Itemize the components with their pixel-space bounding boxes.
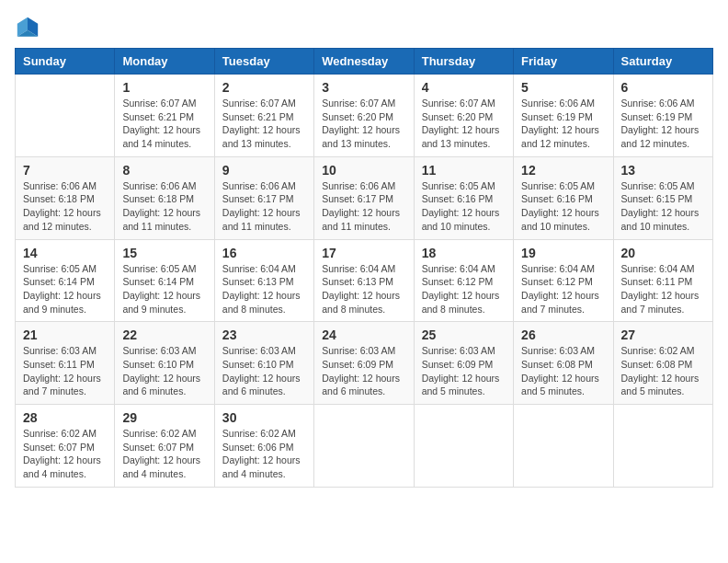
day-number: 9 xyxy=(222,163,306,178)
day-info: Sunrise: 6:02 AM Sunset: 6:06 PM Dayligh… xyxy=(222,427,306,481)
weekday-header-friday: Friday xyxy=(514,49,613,75)
day-number: 26 xyxy=(521,327,605,342)
calendar-cell: 27 Sunrise: 6:02 AM Sunset: 6:08 PM Dayl… xyxy=(613,322,712,405)
day-number: 17 xyxy=(322,246,405,260)
day-number: 23 xyxy=(222,327,306,342)
weekday-header-row: SundayMondayTuesdayWednesdayThursdayFrid… xyxy=(16,49,713,75)
day-info: Sunrise: 6:06 AM Sunset: 6:17 PM Dayligh… xyxy=(322,179,405,234)
day-number: 30 xyxy=(222,410,306,425)
day-number: 18 xyxy=(422,246,506,260)
week-row-4: 21 Sunrise: 6:03 AM Sunset: 6:11 PM Dayl… xyxy=(16,322,713,405)
day-number: 11 xyxy=(422,163,506,178)
calendar-cell: 24 Sunrise: 6:03 AM Sunset: 6:09 PM Dayl… xyxy=(314,322,414,405)
day-number: 21 xyxy=(23,327,107,342)
day-number: 13 xyxy=(621,163,705,178)
day-number: 6 xyxy=(621,80,705,95)
calendar-cell: 30 Sunrise: 6:02 AM Sunset: 6:06 PM Dayl… xyxy=(214,405,313,488)
day-number: 20 xyxy=(621,246,705,260)
day-info: Sunrise: 6:05 AM Sunset: 6:14 PM Dayligh… xyxy=(122,262,206,316)
calendar-cell: 4 Sunrise: 6:07 AM Sunset: 6:20 PM Dayli… xyxy=(414,75,513,157)
day-number: 28 xyxy=(23,410,107,425)
logo-icon xyxy=(15,15,40,40)
day-number: 15 xyxy=(122,246,206,260)
day-info: Sunrise: 6:06 AM Sunset: 6:17 PM Dayligh… xyxy=(222,179,306,234)
logo xyxy=(15,15,44,40)
day-info: Sunrise: 6:06 AM Sunset: 6:19 PM Dayligh… xyxy=(521,97,605,151)
calendar-cell: 8 Sunrise: 6:06 AM Sunset: 6:18 PM Dayli… xyxy=(115,156,214,239)
calendar-cell: 2 Sunrise: 6:07 AM Sunset: 6:21 PM Dayli… xyxy=(214,75,313,157)
day-info: Sunrise: 6:05 AM Sunset: 6:15 PM Dayligh… xyxy=(621,179,705,234)
weekday-header-tuesday: Tuesday xyxy=(214,49,313,75)
calendar-cell: 19 Sunrise: 6:04 AM Sunset: 6:12 PM Dayl… xyxy=(514,239,613,322)
calendar-cell: 10 Sunrise: 6:06 AM Sunset: 6:17 PM Dayl… xyxy=(314,156,414,239)
calendar-cell: 28 Sunrise: 6:02 AM Sunset: 6:07 PM Dayl… xyxy=(16,405,115,488)
calendar-cell: 21 Sunrise: 6:03 AM Sunset: 6:11 PM Dayl… xyxy=(16,322,115,405)
day-number: 1 xyxy=(122,80,206,95)
calendar-table: SundayMondayTuesdayWednesdayThursdayFrid… xyxy=(15,48,713,488)
calendar-cell: 16 Sunrise: 6:04 AM Sunset: 6:13 PM Dayl… xyxy=(214,239,313,322)
calendar-cell: 9 Sunrise: 6:06 AM Sunset: 6:17 PM Dayli… xyxy=(214,156,313,239)
day-number: 5 xyxy=(521,80,605,95)
day-number: 10 xyxy=(322,163,405,178)
calendar-cell: 15 Sunrise: 6:05 AM Sunset: 6:14 PM Dayl… xyxy=(115,239,214,322)
week-row-1: 1 Sunrise: 6:07 AM Sunset: 6:21 PM Dayli… xyxy=(16,75,713,157)
weekday-header-saturday: Saturday xyxy=(613,49,712,75)
day-info: Sunrise: 6:06 AM Sunset: 6:18 PM Dayligh… xyxy=(23,179,107,234)
calendar-cell: 23 Sunrise: 6:03 AM Sunset: 6:10 PM Dayl… xyxy=(214,322,313,405)
calendar-cell: 18 Sunrise: 6:04 AM Sunset: 6:12 PM Dayl… xyxy=(414,239,513,322)
day-number: 14 xyxy=(23,246,107,260)
day-info: Sunrise: 6:06 AM Sunset: 6:18 PM Dayligh… xyxy=(122,179,206,234)
calendar-cell xyxy=(314,405,414,488)
calendar-cell xyxy=(414,405,513,488)
calendar-cell: 29 Sunrise: 6:02 AM Sunset: 6:07 PM Dayl… xyxy=(115,405,214,488)
calendar-cell xyxy=(613,405,712,488)
weekday-header-sunday: Sunday xyxy=(16,49,115,75)
day-info: Sunrise: 6:07 AM Sunset: 6:21 PM Dayligh… xyxy=(122,97,206,151)
day-info: Sunrise: 6:07 AM Sunset: 6:20 PM Dayligh… xyxy=(322,97,405,151)
day-info: Sunrise: 6:04 AM Sunset: 6:12 PM Dayligh… xyxy=(521,262,605,316)
weekday-header-wednesday: Wednesday xyxy=(314,49,414,75)
calendar-cell: 26 Sunrise: 6:03 AM Sunset: 6:08 PM Dayl… xyxy=(514,322,613,405)
calendar-cell: 14 Sunrise: 6:05 AM Sunset: 6:14 PM Dayl… xyxy=(16,239,115,322)
day-info: Sunrise: 6:02 AM Sunset: 6:07 PM Dayligh… xyxy=(122,427,206,481)
day-number: 12 xyxy=(521,163,605,178)
day-info: Sunrise: 6:03 AM Sunset: 6:08 PM Dayligh… xyxy=(521,344,605,398)
day-info: Sunrise: 6:03 AM Sunset: 6:09 PM Dayligh… xyxy=(322,344,405,398)
day-number: 2 xyxy=(222,80,306,95)
day-info: Sunrise: 6:03 AM Sunset: 6:10 PM Dayligh… xyxy=(122,344,206,398)
calendar-cell: 11 Sunrise: 6:05 AM Sunset: 6:16 PM Dayl… xyxy=(414,156,513,239)
day-info: Sunrise: 6:02 AM Sunset: 6:07 PM Dayligh… xyxy=(23,427,107,481)
day-info: Sunrise: 6:05 AM Sunset: 6:16 PM Dayligh… xyxy=(422,179,506,234)
weekday-header-thursday: Thursday xyxy=(414,49,513,75)
calendar-cell: 3 Sunrise: 6:07 AM Sunset: 6:20 PM Dayli… xyxy=(314,75,414,157)
day-info: Sunrise: 6:03 AM Sunset: 6:11 PM Dayligh… xyxy=(23,344,107,398)
day-number: 27 xyxy=(621,327,705,342)
day-number: 3 xyxy=(322,80,405,95)
day-number: 29 xyxy=(122,410,206,425)
day-info: Sunrise: 6:04 AM Sunset: 6:12 PM Dayligh… xyxy=(422,262,506,316)
day-info: Sunrise: 6:05 AM Sunset: 6:16 PM Dayligh… xyxy=(521,179,605,234)
day-info: Sunrise: 6:05 AM Sunset: 6:14 PM Dayligh… xyxy=(23,262,107,316)
day-info: Sunrise: 6:02 AM Sunset: 6:08 PM Dayligh… xyxy=(621,344,705,398)
day-info: Sunrise: 6:04 AM Sunset: 6:13 PM Dayligh… xyxy=(222,262,306,316)
day-number: 16 xyxy=(222,246,306,260)
day-info: Sunrise: 6:06 AM Sunset: 6:19 PM Dayligh… xyxy=(621,97,705,151)
day-number: 19 xyxy=(521,246,605,260)
day-info: Sunrise: 6:04 AM Sunset: 6:13 PM Dayligh… xyxy=(322,262,405,316)
day-info: Sunrise: 6:04 AM Sunset: 6:11 PM Dayligh… xyxy=(621,262,705,316)
calendar-cell: 5 Sunrise: 6:06 AM Sunset: 6:19 PM Dayli… xyxy=(514,75,613,157)
week-row-5: 28 Sunrise: 6:02 AM Sunset: 6:07 PM Dayl… xyxy=(16,405,713,488)
calendar-cell xyxy=(514,405,613,488)
calendar-cell: 20 Sunrise: 6:04 AM Sunset: 6:11 PM Dayl… xyxy=(613,239,712,322)
day-info: Sunrise: 6:03 AM Sunset: 6:09 PM Dayligh… xyxy=(422,344,506,398)
day-number: 25 xyxy=(422,327,506,342)
calendar-cell: 13 Sunrise: 6:05 AM Sunset: 6:15 PM Dayl… xyxy=(613,156,712,239)
day-info: Sunrise: 6:07 AM Sunset: 6:20 PM Dayligh… xyxy=(422,97,506,151)
week-row-3: 14 Sunrise: 6:05 AM Sunset: 6:14 PM Dayl… xyxy=(16,239,713,322)
calendar-cell: 25 Sunrise: 6:03 AM Sunset: 6:09 PM Dayl… xyxy=(414,322,513,405)
calendar-cell: 17 Sunrise: 6:04 AM Sunset: 6:13 PM Dayl… xyxy=(314,239,414,322)
weekday-header-monday: Monday xyxy=(115,49,214,75)
calendar-cell: 1 Sunrise: 6:07 AM Sunset: 6:21 PM Dayli… xyxy=(115,75,214,157)
day-number: 4 xyxy=(422,80,506,95)
day-info: Sunrise: 6:03 AM Sunset: 6:10 PM Dayligh… xyxy=(222,344,306,398)
